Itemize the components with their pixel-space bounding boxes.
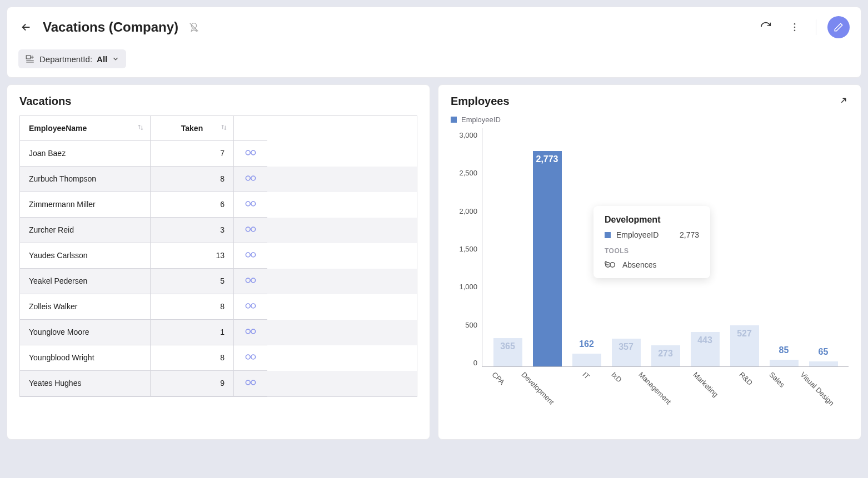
y-tick: 500 [465, 321, 477, 329]
cell-name: Youngblood Wright [20, 345, 151, 371]
cell-name: Zurbuch Thompson [20, 167, 151, 192]
table-row[interactable]: Youngblood Wright8 [20, 345, 417, 371]
chart-bar[interactable]: 85 [770, 360, 799, 366]
cell-link[interactable] [234, 243, 267, 269]
x-tick: CPA [482, 370, 513, 379]
expand-button[interactable] [839, 95, 849, 107]
more-vertical-icon [789, 22, 800, 33]
tooltip-link-absences[interactable]: Absences [605, 260, 699, 269]
cell-link[interactable] [234, 371, 267, 396]
edit-button[interactable] [827, 16, 850, 38]
cell-link[interactable] [234, 192, 267, 218]
table-row[interactable]: Zurbuch Thompson8 [20, 167, 417, 192]
table-row[interactable]: Yeates Hughes9 [20, 371, 417, 396]
svg-point-24 [251, 380, 256, 385]
bar-wrap: 365 [488, 338, 527, 366]
cell-taken: 8 [151, 167, 234, 192]
divider [816, 19, 816, 35]
column-header-taken[interactable]: Taken [151, 116, 234, 141]
bar-wrap: 65 [804, 361, 843, 366]
panels-row: Vacations EmployeeName Taken Joan [7, 84, 861, 440]
table-row[interactable]: Zurcher Reid3 [20, 218, 417, 243]
link-icon [245, 379, 257, 386]
table-row[interactable]: Joan Baez7 [20, 141, 417, 167]
link-icon [245, 225, 257, 233]
cell-link[interactable] [234, 269, 267, 294]
bar-wrap: 162 [567, 354, 606, 366]
chart-area: 3,0002,5002,0001,5001,0005000 3652,77316… [451, 128, 849, 367]
column-header-name[interactable]: EmployeeName [20, 116, 151, 141]
chart-bar[interactable]: 273 [651, 345, 680, 366]
legend-color-box [451, 117, 457, 123]
chart-legend: EmployeeID [451, 115, 849, 124]
chart-bar[interactable]: 357 [612, 339, 641, 366]
chart-plot[interactable]: 3652,7731623572734435278565 Development … [482, 128, 849, 367]
chart-bar[interactable]: 527 [730, 325, 759, 366]
page-title: Vacations (Company) [43, 19, 178, 35]
cell-taken: 7 [151, 141, 234, 167]
chart-bar[interactable]: 365 [493, 338, 522, 366]
svg-point-16 [251, 278, 256, 283]
chevron-down-icon [112, 55, 119, 63]
svg-point-14 [251, 253, 256, 257]
more-button[interactable] [785, 17, 805, 37]
employees-panel: Employees EmployeeID 3,0002,5002,0001,50… [438, 84, 861, 440]
chart-bar[interactable]: 2,773 [533, 151, 562, 366]
cell-name: Zurcher Reid [20, 218, 151, 243]
tooltip-metric: EmployeeID [616, 230, 659, 239]
bar-value-label: 443 [697, 335, 712, 345]
cell-link[interactable] [234, 345, 267, 371]
svg-point-3 [794, 30, 796, 32]
filter-chip-department[interactable]: DepartmentId: All [18, 49, 126, 68]
cell-name: Yeates Hughes [20, 371, 151, 396]
bar-value-label: 65 [819, 347, 829, 357]
bar-value-label: 365 [500, 341, 515, 351]
cell-name: Zimmermann Miller [20, 192, 151, 218]
vacations-title: Vacations [19, 95, 71, 108]
link-icon [245, 174, 257, 182]
back-button[interactable] [18, 19, 34, 35]
bar-value-label: 357 [618, 342, 633, 352]
cell-taken: 6 [151, 192, 234, 218]
chart-tooltip: Development EmployeeID 2,773 TOOLS Absen… [593, 206, 710, 278]
x-tick: Management [631, 370, 685, 379]
bar-wrap: 2,773 [527, 151, 567, 366]
refresh-button[interactable] [756, 17, 776, 37]
bar-value-label: 2,773 [536, 154, 558, 164]
table-row[interactable]: Yeakel Pedersen5 [20, 269, 417, 294]
svg-point-21 [246, 355, 250, 359]
svg-point-17 [246, 304, 250, 308]
table-row[interactable]: Younglove Moore1 [20, 320, 417, 345]
employees-title: Employees [451, 95, 510, 108]
tooltip-tools-label: TOOLS [605, 247, 699, 255]
cell-link[interactable] [234, 218, 267, 243]
cell-name: Yaudes Carlsson [20, 243, 151, 269]
chart-bar[interactable]: 162 [572, 354, 601, 366]
pencil-icon [834, 22, 844, 32]
cell-taken: 9 [151, 371, 234, 396]
x-tick: Visual Design [792, 370, 849, 379]
svg-point-10 [251, 202, 256, 206]
cell-link[interactable] [234, 320, 267, 345]
filter-icon [25, 54, 35, 64]
filter-label: DepartmentId: [39, 54, 92, 64]
column-header-name-label: EmployeeName [29, 124, 87, 133]
chart-bar[interactable]: 443 [691, 332, 720, 366]
table-row[interactable]: Zolleis Walker8 [20, 294, 417, 320]
cell-taken: 1 [151, 320, 234, 345]
cell-link[interactable] [234, 167, 267, 192]
svg-point-5 [246, 150, 250, 155]
cell-link[interactable] [234, 141, 267, 167]
svg-point-19 [246, 329, 250, 334]
chart-bar[interactable]: 65 [809, 361, 838, 366]
svg-rect-4 [26, 56, 31, 59]
x-tick: Development [513, 370, 568, 379]
y-axis: 3,0002,5002,0001,5001,0005000 [451, 128, 477, 367]
table-row[interactable]: Zimmermann Miller6 [20, 192, 417, 218]
tooltip-value: 2,773 [680, 230, 699, 239]
table-row[interactable]: Yaudes Carlsson13 [20, 243, 417, 269]
svg-point-22 [251, 355, 256, 359]
bar-wrap: 85 [764, 360, 804, 366]
svg-point-11 [246, 227, 250, 232]
cell-link[interactable] [234, 294, 267, 320]
